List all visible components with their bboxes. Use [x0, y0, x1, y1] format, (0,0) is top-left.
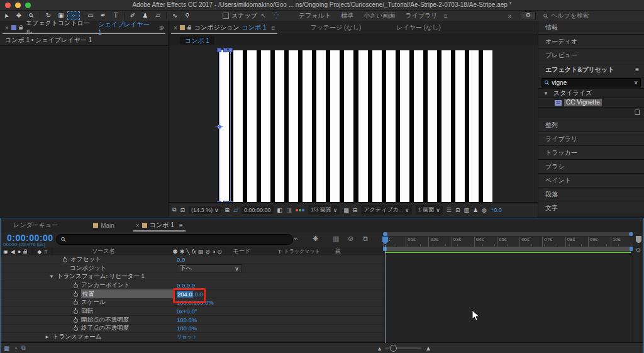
tab-layer[interactable]: レイヤー (なし): [391, 21, 446, 35]
property-label[interactable]: オフセット: [70, 255, 101, 264]
t-column[interactable]: T: [278, 249, 282, 255]
property-label[interactable]: 位置: [81, 289, 173, 299]
graph-editor-icon[interactable]: ⧉: [363, 235, 368, 243]
group-label[interactable]: トランスフォーム: [53, 333, 102, 341]
property-value[interactable]: 100.0,100.0%: [177, 299, 214, 306]
tab-composition[interactable]: × コンポジション コンポ 1 ≡: [169, 21, 280, 35]
video-column-icon[interactable]: ◉: [3, 249, 8, 255]
tri-right-icon[interactable]: ►: [45, 334, 50, 340]
sidebar-panel-header[interactable]: ブラシ: [538, 160, 644, 174]
effect-item-row[interactable]: 32 CC Vignette: [538, 98, 644, 108]
audio-column-icon[interactable]: ◀: [11, 249, 15, 255]
timeline-search-input[interactable]: ⚲: [56, 234, 293, 245]
zoom-slider-knob[interactable]: [390, 345, 397, 352]
snap-angle-icon[interactable]: ↖: [257, 11, 270, 20]
frame-blend-column-icon[interactable]: ▥: [198, 249, 204, 255]
composition-canvas[interactable]: [218, 50, 491, 203]
sidebar-panel-header[interactable]: 文字: [538, 201, 644, 215]
tri-down-icon[interactable]: ▼: [49, 274, 54, 279]
frame-blend-toggle-icon[interactable]: ▦: [4, 345, 9, 352]
property-label[interactable]: アンカーポイント: [81, 281, 130, 289]
snapshot-icon[interactable]: ◧: [277, 207, 283, 213]
stopwatch-icon[interactable]: [73, 308, 79, 314]
stopwatch-icon[interactable]: [73, 291, 79, 297]
source-name-column[interactable]: ソース名: [92, 247, 114, 255]
reset-link[interactable]: リセット: [177, 333, 197, 340]
eraser-tool-icon[interactable]: ▱: [152, 11, 164, 20]
auto-keyframe-icon[interactable]: ❋: [313, 235, 318, 243]
panel-overflow-icon[interactable]: »: [160, 23, 164, 31]
handle-top-center[interactable]: [223, 48, 228, 52]
hand-tool-icon[interactable]: ✥: [13, 11, 25, 20]
sidebar-panel-header[interactable]: 段落: [538, 188, 644, 201]
zoom-in-icon[interactable]: ▲: [425, 345, 431, 352]
composition-viewer[interactable]: [169, 45, 538, 203]
puppet-pin-tool-icon[interactable]: ⚲: [181, 11, 194, 20]
close-tab-icon[interactable]: ×: [174, 25, 177, 31]
guides-icon[interactable]: ☰: [447, 207, 452, 213]
zoom-slider-track[interactable]: [385, 347, 421, 349]
workspace-tab[interactable]: 小さい画面: [364, 11, 395, 20]
panel-menu-icon[interactable]: ≡: [179, 222, 183, 229]
quality-icon[interactable]: ╲: [186, 249, 189, 255]
clear-search-icon[interactable]: ×: [634, 79, 638, 86]
property-label[interactable]: スケール: [81, 298, 106, 306]
property-label[interactable]: コンポジット: [70, 264, 106, 272]
effects-search-input[interactable]: ⚲ vigne ×: [541, 78, 641, 87]
tab-main-comp[interactable]: Main: [88, 218, 119, 232]
magnification-dropdown[interactable]: (14.3 %) ∨: [189, 206, 221, 214]
multi-view-icon[interactable]: ⧉: [172, 206, 176, 213]
label-column-icon[interactable]: ◆: [37, 249, 42, 255]
stopwatch-icon[interactable]: [73, 300, 79, 305]
workspace-tab[interactable]: デフォルト: [299, 11, 331, 20]
tri-down-icon[interactable]: ▼: [543, 91, 548, 96]
composition-breadcrumb[interactable]: コンポ 1: [180, 36, 214, 45]
close-tab-icon[interactable]: ×: [136, 222, 140, 229]
work-area-bar[interactable]: [383, 247, 633, 251]
tab-comp-1[interactable]: × コンポ 1 ≡: [131, 218, 188, 232]
property-row-anchor-point[interactable]: アンカーポイント 0.0,0.0: [1, 281, 383, 290]
property-row-start-opacity[interactable]: 開始点の不透明度 100.0%: [1, 316, 383, 325]
property-row-composite[interactable]: コンポジット 下へ ∨: [1, 264, 383, 273]
brush-tool-icon[interactable]: ✐: [126, 11, 139, 20]
clone-stamp-tool-icon[interactable]: ♟: [139, 11, 152, 20]
mask-visibility-icon[interactable]: ⊟: [353, 207, 358, 213]
current-time-display[interactable]: 0:00:00:00: [242, 206, 274, 214]
stopwatch-icon[interactable]: [73, 283, 79, 288]
snap-marquee-icon[interactable]: ⁛: [270, 11, 282, 20]
mode-column[interactable]: モード: [233, 247, 250, 255]
group-label[interactable]: トランスフォーム: リピーター 1: [57, 272, 145, 281]
pen-tool-icon[interactable]: ✒: [97, 11, 109, 20]
group-row-transform-repeater[interactable]: ▼ トランスフォーム: リピーター 1: [1, 272, 383, 281]
flowchart-icon[interactable]: ♟: [473, 207, 478, 213]
cube-column-icon[interactable]: ⊙: [217, 249, 222, 255]
mini-flowchart-icon[interactable]: ⌁: [294, 235, 298, 243]
channel-icon[interactable]: [296, 209, 304, 211]
effect-item-label[interactable]: CC Vignette: [564, 99, 602, 106]
transparency-grid-icon[interactable]: ▦: [343, 207, 349, 213]
comp-marker-button[interactable]: [636, 236, 641, 243]
panel-menu-icon[interactable]: ≡: [272, 25, 275, 31]
type-tool-icon[interactable]: T: [109, 11, 122, 20]
property-label[interactable]: 回転: [81, 307, 93, 315]
workspace-settings-button[interactable]: ⚙: [521, 11, 536, 20]
grid-options-icon[interactable]: ⊞: [225, 207, 230, 213]
exposure-shutter-icon[interactable]: ◍: [482, 207, 487, 213]
playhead-marker[interactable]: [382, 236, 389, 245]
help-search-box[interactable]: ⚲ ヘルプを検索: [543, 11, 631, 20]
sidebar-panel-header[interactable]: トラッカー: [538, 146, 644, 160]
anchor-point-indicator[interactable]: [216, 123, 223, 130]
handle-top-left[interactable]: [217, 48, 221, 52]
panel-menu-icon[interactable]: ≡: [635, 66, 639, 73]
sidebar-panel-header[interactable]: ライブラリ: [538, 132, 644, 146]
property-value[interactable]: 100.0%: [177, 317, 197, 323]
composite-dropdown[interactable]: 下へ ∨: [177, 264, 242, 272]
frame-blend-icon[interactable]: ▥: [333, 235, 339, 243]
graph-editor-toggle-icon[interactable]: ⧉: [21, 344, 26, 352]
workspace-menu-icon[interactable]: ≡: [444, 13, 448, 20]
view-layout-dropdown[interactable]: 1 画面 ∨: [416, 205, 443, 215]
lock-column-icon[interactable]: [23, 249, 28, 254]
matte-column[interactable]: トラックマット: [284, 248, 320, 255]
property-label[interactable]: 開始点の不透明度: [81, 316, 129, 324]
selected-shape-outline[interactable]: [219, 50, 231, 203]
